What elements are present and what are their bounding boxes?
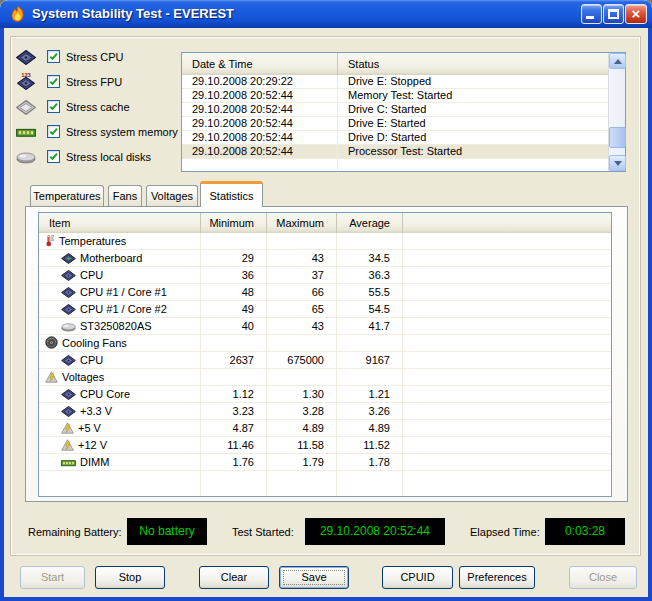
stats-item-label: +12 V — [78, 439, 107, 451]
stats-item-label: CPU — [80, 269, 103, 281]
cpu-chip-icon — [61, 389, 76, 400]
log-status: Processor Test: Started — [338, 145, 625, 158]
stats-row[interactable]: +5 V 4.874.894.89 — [39, 420, 611, 437]
stats-item-label: Voltages — [62, 371, 104, 383]
stress-option-label: Stress CPU — [66, 50, 123, 64]
stress-option-label: Stress local disks — [66, 150, 151, 164]
stats-section-row[interactable]: Temperatures — [39, 233, 611, 250]
scroll-up-button[interactable] — [609, 53, 626, 69]
remaining-battery-label: Remaining Battery: — [28, 525, 122, 539]
log-row[interactable]: 29.10.2008 20:52:44 Drive C: Started — [182, 103, 625, 117]
event-log-table: Date & Time Status 29.10.2008 20:29:22 D… — [181, 52, 626, 172]
close-icon: × — [626, 5, 646, 23]
stats-row[interactable]: +12 V 11.4611.5811.52 — [39, 437, 611, 454]
log-row[interactable]: 29.10.2008 20:29:22 Drive E: Stopped — [182, 75, 625, 89]
stats-row[interactable]: DIMM 1.761.791.78 — [39, 454, 611, 471]
stats-item-label: Temperatures — [59, 235, 126, 247]
stats-row[interactable]: +3.3 V 3.233.283.26 — [39, 403, 611, 420]
log-scrollbar[interactable] — [608, 53, 625, 171]
checkbox-check-icon — [48, 151, 59, 162]
log-column-header-datetime[interactable]: Date & Time — [182, 53, 338, 75]
cpuid-button[interactable]: CPUID — [382, 566, 453, 589]
window-title: System Stability Test - EVEREST — [32, 0, 234, 28]
cpu-chip-icon — [61, 304, 76, 315]
voltage-icon — [61, 439, 74, 451]
checkbox-check-icon — [48, 101, 59, 112]
cache-chip-icon — [16, 100, 36, 115]
tab-voltages[interactable]: Voltages — [146, 185, 198, 206]
stress-option-label: Stress cache — [66, 100, 130, 114]
stress-cache-checkbox[interactable] — [47, 100, 60, 113]
system-stability-test-window: System Stability Test - EVEREST × Stress… — [0, 0, 652, 601]
battery-display: No battery — [127, 518, 207, 545]
log-datetime: 29.10.2008 20:52:44 — [182, 131, 338, 144]
close-button[interactable]: × — [625, 4, 647, 24]
stats-row[interactable]: CPU Core 1.121.301.21 — [39, 386, 611, 403]
voltage-icon — [45, 371, 58, 383]
tab-label: Temperatures — [33, 190, 100, 202]
minimize-icon — [586, 16, 594, 19]
stress-option-cpu: Stress CPU — [16, 48, 186, 68]
log-row[interactable]: 29.10.2008 20:52:44 Drive D: Started — [182, 131, 625, 145]
log-header: Date & Time Status — [182, 53, 625, 75]
checkbox-check-icon — [48, 126, 59, 137]
log-row[interactable]: 29.10.2008 20:52:44 Memory Test: Started — [182, 89, 625, 103]
thermometer-icon — [45, 234, 55, 247]
test-started-label: Test Started: — [232, 525, 294, 539]
stats-row[interactable]: CPU #1 / Core #1 486655.5 — [39, 284, 611, 301]
memory-icon — [16, 125, 36, 140]
stats-section-row[interactable]: Voltages — [39, 369, 611, 386]
elapsed-time-label: Elapsed Time: — [470, 525, 540, 539]
preferences-button[interactable]: Preferences — [459, 566, 535, 589]
log-column-header-status[interactable]: Status — [338, 53, 625, 75]
stop-button[interactable]: Stop — [95, 566, 165, 589]
scroll-down-button[interactable] — [609, 155, 626, 171]
stats-column-header-minimum[interactable]: Minimum — [201, 213, 267, 233]
stats-row[interactable]: CPU 363736.3 — [39, 267, 611, 284]
stress-option-label: Stress FPU — [66, 75, 122, 89]
stats-row[interactable]: Motherboard 294334.5 — [39, 250, 611, 267]
fpu-chip-icon — [16, 71, 36, 90]
stats-column-header-maximum[interactable]: Maximum — [267, 213, 337, 233]
tab-temperatures[interactable]: Temperatures — [30, 185, 104, 206]
minimize-button[interactable] — [581, 4, 602, 24]
statistics-table: Item Minimum Maximum Average Temperature… — [38, 212, 612, 497]
tab-fans[interactable]: Fans — [108, 185, 142, 206]
stats-row[interactable]: ST3250820AS 404341.7 — [39, 318, 611, 335]
stats-column-header-average[interactable]: Average — [337, 213, 403, 233]
stats-section-row[interactable]: Cooling Fans — [39, 335, 611, 352]
test-started-display: 29.10.2008 20:52:44 — [305, 518, 445, 545]
cpu-chip-icon — [61, 406, 76, 417]
window-border-bottom — [0, 597, 652, 601]
button-label: Preferences — [467, 571, 526, 583]
save-button[interactable]: Save — [279, 566, 349, 589]
log-row-selected[interactable]: 29.10.2008 20:52:44 Processor Test: Star… — [182, 145, 625, 159]
stress-fpu-checkbox[interactable] — [47, 75, 60, 88]
stress-memory-checkbox[interactable] — [47, 125, 60, 138]
log-row[interactable]: 29.10.2008 20:52:44 Drive E: Started — [182, 117, 625, 131]
scroll-thumb[interactable] — [609, 127, 626, 148]
maximize-button[interactable] — [603, 4, 624, 24]
stress-cpu-checkbox[interactable] — [47, 50, 60, 63]
elapsed-time-display: 0:03:28 — [545, 518, 625, 545]
clear-button[interactable]: Clear — [199, 566, 269, 589]
cpu-chip-icon — [61, 287, 76, 298]
button-label: CPUID — [400, 571, 434, 583]
stats-row[interactable]: CPU #1 / Core #2 496554.5 — [39, 301, 611, 318]
cpu-chip-icon — [16, 50, 36, 65]
log-datetime: 29.10.2008 20:52:44 — [182, 145, 338, 158]
flame-icon — [9, 5, 27, 23]
stress-option-label: Stress system memory — [66, 125, 178, 139]
stats-item-label: Cooling Fans — [62, 337, 127, 349]
stats-column-header-item[interactable]: Item — [39, 213, 201, 233]
close-action-button: Close — [569, 566, 637, 589]
scroll-down-icon — [614, 161, 622, 166]
stress-disks-checkbox[interactable] — [47, 150, 60, 163]
start-button: Start — [20, 566, 85, 589]
stats-row[interactable]: CPU 26376750009167 — [39, 352, 611, 369]
scroll-up-icon — [614, 59, 622, 64]
tab-statistics[interactable]: Statistics — [200, 181, 263, 207]
titlebar[interactable]: System Stability Test - EVEREST × — [0, 0, 652, 28]
cpu-chip-icon — [61, 355, 76, 366]
log-status: Drive C: Started — [338, 103, 625, 116]
